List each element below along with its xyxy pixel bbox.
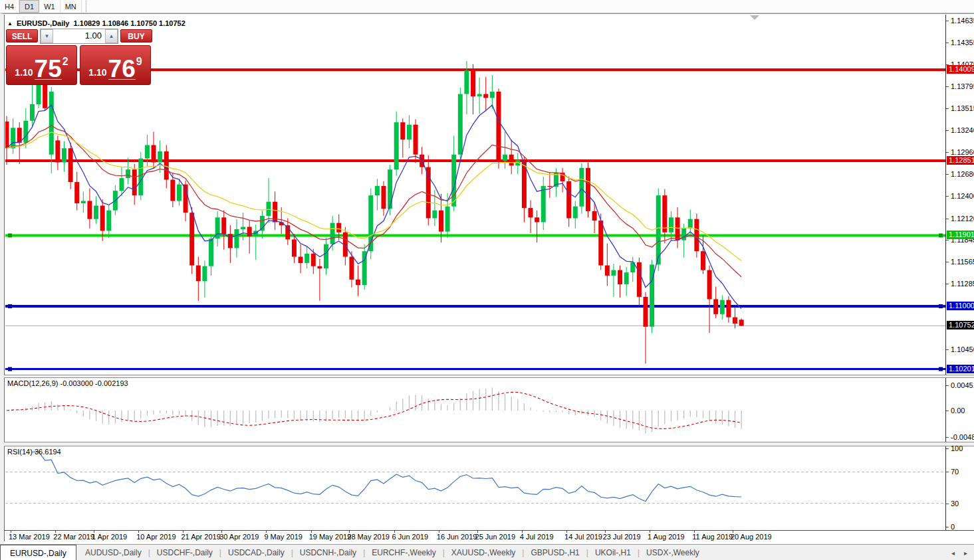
chart-tab-ukoil[interactable]: UKOil-,H1 <box>588 545 638 560</box>
candle-body <box>170 180 175 201</box>
level-price-tag: 1.10201 <box>947 365 974 373</box>
line-handle[interactable] <box>8 367 12 371</box>
candle-body <box>177 185 182 201</box>
axis-tick <box>946 504 949 504</box>
chart-tab-usdchf[interactable]: USDCHF-,Daily <box>150 545 219 560</box>
axis-tick <box>946 108 949 109</box>
chart-tab-audusd[interactable]: AUDUSD-,Daily <box>78 545 148 560</box>
rsi-line <box>32 452 741 502</box>
date-axis-label: 14 Jul 2019 <box>564 533 602 541</box>
level-price-tag: 1.11901 <box>947 231 974 239</box>
chart-shift-marker[interactable] <box>750 15 759 20</box>
candle-body <box>400 122 405 140</box>
level-price-tag: 1.11000 <box>947 302 974 310</box>
candle-body <box>439 211 443 232</box>
timeframe-button-d1[interactable]: D1 <box>19 0 39 13</box>
macd-canvas[interactable] <box>5 378 945 442</box>
sell-quote-button[interactable]: 1.10 75 2 <box>6 45 77 85</box>
candle-body <box>145 145 150 158</box>
timeframe-toolbar: H4D1W1MN <box>0 0 974 13</box>
chart-tab-eurchf[interactable]: EURCHF-,Weekly <box>365 545 442 560</box>
line-handle[interactable] <box>939 233 943 237</box>
sell-price-prefix: 1.10 <box>15 67 33 78</box>
axis-tick <box>946 262 949 262</box>
timeframe-button-mn[interactable]: MN <box>61 0 82 13</box>
chart-tab-xauusd[interactable]: XAUUSD-,Weekly <box>445 545 522 560</box>
candle-body <box>426 167 431 219</box>
candle-body <box>247 227 252 236</box>
date-axis-label: 20 Aug 2019 <box>731 533 772 541</box>
line-handle[interactable] <box>8 233 12 237</box>
candle-body <box>720 300 725 314</box>
chart-tab-gbpusd[interactable]: GBPUSD-,H1 <box>524 545 586 560</box>
date-axis-label: 6 Jun 2019 <box>392 533 428 541</box>
candle-body <box>694 219 699 252</box>
candle-body <box>726 300 731 318</box>
candle-body <box>94 206 98 219</box>
level-price-tag: 1.14009 <box>947 65 974 74</box>
candle-body <box>100 206 105 231</box>
candle-body <box>221 217 226 234</box>
volume-decrease-button[interactable]: ▼ <box>41 29 53 43</box>
date-axis-label: 21 Apr 2019 <box>181 533 220 541</box>
axis-tick <box>946 385 949 386</box>
candle-body <box>445 207 450 232</box>
price-axis-label: 1.14355 <box>951 39 974 47</box>
candle-body <box>189 213 194 265</box>
line-handle[interactable] <box>939 367 943 371</box>
timeframe-button-h4[interactable]: H4 <box>0 0 19 13</box>
candle-body <box>592 211 597 221</box>
date-axis-label: 1 Aug 2019 <box>648 533 685 541</box>
volume-stepper: ▼ 1.00 ▲ <box>40 29 118 44</box>
candle-body <box>234 229 239 248</box>
rsi-pane[interactable]: RSI(14) 36.6194 10070300 <box>4 446 974 530</box>
chart-tab-eurusd[interactable]: EURUSD-,Daily <box>0 545 76 560</box>
price-axis-label: 1.14635 <box>951 17 974 25</box>
macd-pane[interactable]: MACD(12,26,9) -0.003000 -0.002193 0.0045… <box>4 378 974 442</box>
tab-scroll-left-icon[interactable]: ◂ <box>951 549 955 557</box>
rsi-canvas[interactable] <box>5 446 945 530</box>
sell-button[interactable]: SELL <box>6 29 38 43</box>
timeframe-button-w1[interactable]: W1 <box>39 0 61 13</box>
axis-tick <box>946 21 949 21</box>
mt4-terminal: H4D1W1MN ▲ EURUSD-,Daily 1.10829 1.10846… <box>0 0 974 560</box>
line-handle[interactable] <box>8 304 12 308</box>
time-axis[interactable]: 13 Mar 201922 Mar 20191 Apr 201910 Apr 2… <box>4 530 974 541</box>
date-axis-label: 22 Mar 2019 <box>53 533 94 541</box>
rsi-axis-label: 30 <box>951 500 959 508</box>
buy-button[interactable]: BUY <box>120 29 152 43</box>
price-axis-label: 1.12400 <box>951 192 974 200</box>
candle-body <box>605 266 610 276</box>
chart-tab-usdx[interactable]: USDX-,Weekly <box>640 545 706 560</box>
candle-body <box>324 244 328 269</box>
chart-tab-usdcnh[interactable]: USDCNH-,Daily <box>293 545 363 560</box>
axis-tick <box>946 152 949 153</box>
rsi-axis-label: 100 <box>951 444 963 452</box>
candle-body <box>675 217 680 240</box>
candle-body <box>349 256 354 279</box>
price-axis[interactable]: 1.146351.143551.140751.137951.135151.132… <box>945 15 974 375</box>
macd-axis-label: -0.004806 <box>951 433 974 441</box>
price-axis-label: 1.10450 <box>951 345 974 353</box>
candle-body <box>579 168 584 207</box>
volume-input[interactable]: 1.00 <box>53 29 105 43</box>
candle-body <box>464 70 469 94</box>
candle-body <box>701 251 705 270</box>
chart-tab-usdcad[interactable]: USDCAD-,Daily <box>221 545 291 560</box>
chart-title: EURUSD-,Daily 1.10829 1.10846 1.10750 1.… <box>17 19 185 27</box>
date-axis-label: 25 Jun 2019 <box>475 533 516 541</box>
pane-splitter[interactable] <box>4 442 974 446</box>
level-price-tag: 1.12851 <box>947 156 974 165</box>
tab-scroll-right-icon[interactable]: ▸ <box>964 549 967 557</box>
buy-quote-button[interactable]: 1.10 76 9 <box>80 45 151 85</box>
collapse-arrow-icon[interactable]: ▲ <box>7 21 13 27</box>
macd-label: MACD(12,26,9) -0.003000 -0.002193 <box>7 379 128 387</box>
axis-tick <box>946 219 949 219</box>
candle-body <box>132 169 137 195</box>
line-handle[interactable] <box>939 304 943 308</box>
price-axis-label: 1.13515 <box>951 104 974 112</box>
candle-body <box>420 155 424 167</box>
candle-body <box>126 169 130 178</box>
price-pane[interactable]: ▲ EURUSD-,Daily 1.10829 1.10846 1.10750 … <box>4 15 974 375</box>
volume-increase-button[interactable]: ▲ <box>105 29 118 43</box>
